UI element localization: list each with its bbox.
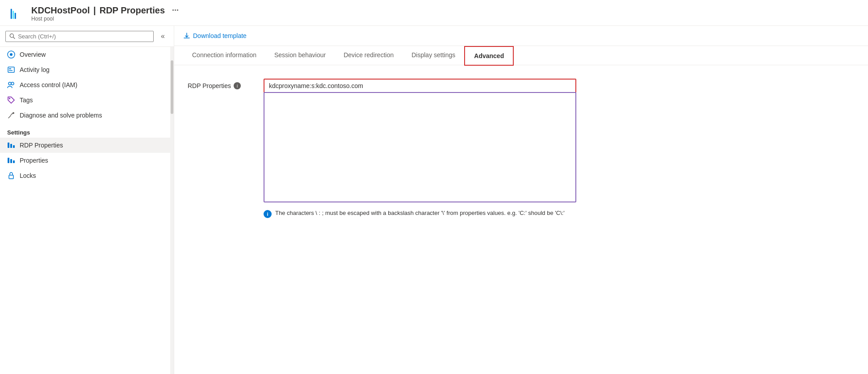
- settings-section-label: Settings: [0, 123, 170, 138]
- tab-display-settings[interactable]: Display settings: [403, 46, 464, 65]
- resource-type: Host pool: [31, 16, 179, 22]
- svg-rect-8: [9, 68, 11, 69]
- sidebar-item-diagnose[interactable]: Diagnose and solve problems: [0, 108, 170, 123]
- access-control-icon: [7, 81, 15, 89]
- rdp-properties-icon: [7, 141, 15, 149]
- svg-point-11: [11, 82, 14, 85]
- tabs-bar: Connection information Session behaviour…: [174, 46, 868, 65]
- svg-line-4: [13, 37, 15, 39]
- svg-rect-9: [9, 70, 13, 71]
- download-icon: [183, 32, 190, 39]
- svg-rect-20: [9, 175, 13, 179]
- properties-icon: [7, 156, 15, 164]
- main-layout: « Overview: [0, 26, 868, 374]
- sidebar-item-locks[interactable]: Locks: [0, 168, 170, 183]
- resource-name: KDCHostPool: [31, 5, 90, 16]
- svg-point-10: [8, 82, 11, 85]
- activity-log-icon: [7, 66, 15, 74]
- logo-area: KDCHostPool | RDP Properties ··· Host po…: [9, 5, 179, 22]
- locks-icon: [7, 172, 15, 180]
- sidebar-item-access-control[interactable]: Access control (IAM): [0, 77, 170, 92]
- collapse-sidebar-button[interactable]: «: [157, 30, 168, 42]
- rdp-properties-row: RDP Properties i kdcproxyname:s:kdc.cont…: [188, 79, 855, 202]
- svg-point-3: [10, 34, 13, 38]
- header-title-main: KDCHostPool | RDP Properties ···: [31, 5, 179, 16]
- sidebar-item-label: Properties: [20, 157, 48, 164]
- svg-point-13: [13, 112, 14, 114]
- svg-rect-16: [13, 145, 15, 148]
- rdp-first-line-input: kdcproxyname:s:kdc.contoso.com: [264, 79, 576, 93]
- rdp-textarea-wrap[interactable]: [264, 92, 576, 202]
- sidebar-scrollbar[interactable]: [170, 47, 174, 374]
- tags-icon: [7, 96, 15, 104]
- svg-rect-15: [10, 144, 12, 148]
- download-template-label: Download template: [193, 32, 247, 39]
- ellipsis-menu[interactable]: ···: [172, 6, 179, 15]
- svg-rect-7: [8, 67, 14, 72]
- rdp-textarea[interactable]: [264, 93, 575, 200]
- sidebar-item-label: Overview: [20, 51, 46, 58]
- sidebar-item-rdp-properties[interactable]: RDP Properties: [0, 138, 170, 153]
- search-input[interactable]: [18, 33, 150, 40]
- info-note-icon: i: [264, 210, 272, 218]
- download-template-button[interactable]: Download template: [183, 30, 247, 41]
- rdp-input-wrap: kdcproxyname:s:kdc.contoso.com: [264, 79, 576, 202]
- info-note-text: The characters \ : ; must be escaped wit…: [275, 210, 565, 216]
- svg-rect-18: [10, 159, 12, 163]
- toolbar: Download template: [174, 26, 868, 46]
- svg-rect-14: [8, 143, 9, 148]
- azure-logo-icon: [9, 6, 25, 22]
- sidebar: « Overview: [0, 26, 174, 374]
- form-content: RDP Properties i kdcproxyname:s:kdc.cont…: [174, 65, 868, 374]
- svg-rect-17: [8, 158, 9, 163]
- sidebar-search-bar: «: [0, 26, 174, 47]
- svg-point-6: [10, 53, 13, 56]
- rdp-properties-info-icon[interactable]: i: [234, 82, 241, 89]
- sidebar-item-label: Locks: [20, 172, 36, 179]
- sidebar-nav: Overview Activity log: [0, 47, 170, 374]
- main-content: Download template Connection information…: [174, 26, 868, 374]
- sidebar-item-label: RDP Properties: [20, 142, 63, 149]
- rdp-properties-label: RDP Properties i: [188, 79, 250, 89]
- sidebar-item-activity-log[interactable]: Activity log: [0, 62, 170, 77]
- search-icon: [9, 33, 15, 39]
- sidebar-item-label: Tags: [20, 97, 33, 104]
- tab-session-behaviour[interactable]: Session behaviour: [265, 46, 335, 65]
- svg-rect-19: [13, 160, 15, 163]
- sidebar-item-label: Access control (IAM): [20, 81, 77, 88]
- sidebar-item-label: Activity log: [20, 66, 50, 73]
- svg-point-12: [9, 98, 10, 99]
- separator: |: [93, 5, 96, 16]
- tab-advanced[interactable]: Advanced: [464, 46, 514, 66]
- diagnose-icon: [7, 111, 15, 119]
- svg-rect-0: [11, 8, 12, 19]
- page-name: RDP Properties: [100, 5, 165, 16]
- svg-rect-2: [15, 13, 16, 19]
- svg-rect-1: [13, 11, 14, 19]
- sidebar-item-overview[interactable]: Overview: [0, 47, 170, 62]
- header-title: KDCHostPool | RDP Properties ··· Host po…: [31, 5, 179, 22]
- search-wrap[interactable]: [5, 31, 154, 42]
- tab-device-redirection[interactable]: Device redirection: [335, 46, 403, 65]
- tab-connection-information[interactable]: Connection information: [183, 46, 265, 65]
- sidebar-item-label: Diagnose and solve problems: [20, 112, 102, 119]
- scrollbar-thumb: [171, 60, 173, 114]
- sidebar-item-properties[interactable]: Properties: [0, 153, 170, 168]
- info-note: i The characters \ : ; must be escaped w…: [264, 210, 576, 218]
- sidebar-item-tags[interactable]: Tags: [0, 92, 170, 108]
- overview-icon: [7, 50, 15, 59]
- page-header: KDCHostPool | RDP Properties ··· Host po…: [0, 0, 868, 26]
